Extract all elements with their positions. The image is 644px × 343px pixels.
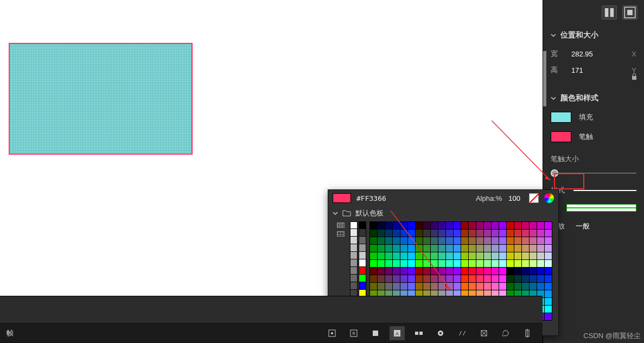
color-swatch[interactable] [446, 230, 454, 237]
color-swatch[interactable] [514, 275, 522, 283]
color-swatch[interactable] [522, 245, 530, 252]
color-swatch[interactable] [484, 283, 492, 290]
color-swatch[interactable] [469, 252, 476, 260]
color-swatch[interactable] [492, 260, 499, 268]
color-swatch[interactable] [499, 237, 507, 245]
color-swatch[interactable] [408, 237, 416, 245]
color-swatch[interactable] [476, 275, 484, 283]
color-swatch[interactable] [431, 237, 438, 245]
color-swatch[interactable] [476, 268, 484, 275]
color-swatch[interactable] [476, 245, 484, 252]
color-swatch[interactable] [400, 283, 408, 290]
color-swatch[interactable] [378, 252, 385, 260]
color-swatch[interactable] [522, 230, 530, 237]
color-swatch[interactable] [484, 275, 492, 283]
color-swatch[interactable] [416, 237, 423, 245]
color-swatch[interactable] [438, 260, 446, 268]
color-swatch[interactable] [499, 260, 507, 268]
color-swatch[interactable] [469, 245, 476, 252]
color-swatch[interactable] [378, 245, 385, 252]
color-swatch[interactable] [469, 268, 476, 275]
color-swatch[interactable] [537, 222, 545, 230]
color-swatch[interactable] [400, 230, 408, 237]
gray-swatch[interactable] [350, 267, 358, 275]
color-swatch[interactable] [446, 252, 454, 260]
tl-keyframe-icon[interactable] [324, 326, 340, 340]
base-swatch[interactable] [359, 267, 366, 275]
color-swatch[interactable] [461, 237, 469, 245]
color-swatch[interactable] [537, 260, 545, 268]
color-swatch[interactable] [423, 230, 431, 237]
color-swatch[interactable] [499, 245, 507, 252]
color-swatch[interactable] [499, 230, 507, 237]
color-swatch[interactable] [416, 268, 423, 275]
color-swatch[interactable] [499, 222, 507, 230]
panel-icon-1[interactable] [602, 5, 617, 20]
color-swatch[interactable] [438, 275, 446, 283]
color-swatch[interactable] [499, 283, 507, 290]
color-swatch[interactable] [507, 252, 514, 260]
color-swatch[interactable] [492, 237, 499, 245]
color-swatch[interactable] [499, 252, 507, 260]
color-swatch[interactable] [416, 252, 423, 260]
color-swatch[interactable] [469, 283, 476, 290]
fill-swatch[interactable] [551, 112, 571, 123]
color-swatch[interactable] [416, 275, 423, 283]
color-swatch[interactable] [530, 275, 537, 283]
color-swatch[interactable] [446, 268, 454, 275]
color-swatch[interactable] [484, 268, 492, 275]
color-swatch[interactable] [400, 252, 408, 260]
color-swatch[interactable] [507, 283, 514, 290]
base-swatch[interactable] [359, 252, 366, 259]
color-swatch[interactable] [507, 222, 514, 230]
color-swatch[interactable] [530, 252, 537, 260]
color-swatch[interactable] [370, 230, 378, 237]
color-swatch[interactable] [476, 222, 484, 230]
color-swatch[interactable] [507, 268, 514, 275]
color-swatch[interactable] [514, 230, 522, 237]
color-swatch[interactable] [408, 268, 416, 275]
color-swatch[interactable] [408, 245, 416, 252]
gray-swatch[interactable] [350, 237, 358, 244]
height-value[interactable]: 171 [571, 66, 604, 74]
color-swatch[interactable] [454, 260, 461, 268]
color-swatch[interactable] [400, 275, 408, 283]
color-swatch[interactable] [545, 260, 552, 268]
selected-rectangle[interactable] [9, 43, 193, 155]
color-swatch[interactable] [370, 260, 378, 268]
color-swatch[interactable] [408, 275, 416, 283]
gray-swatch[interactable] [350, 221, 358, 229]
color-swatch[interactable] [446, 260, 454, 268]
color-swatch[interactable] [507, 230, 514, 237]
color-swatch[interactable] [431, 268, 438, 275]
color-swatch[interactable] [514, 245, 522, 252]
color-swatch[interactable] [385, 245, 393, 252]
tl-tween-icon[interactable] [411, 326, 426, 340]
color-swatch[interactable] [476, 283, 484, 290]
color-swatch[interactable] [446, 237, 454, 245]
color-swatch[interactable] [514, 252, 522, 260]
color-swatch[interactable] [416, 245, 423, 252]
color-swatch[interactable] [370, 237, 378, 245]
color-swatch[interactable] [461, 283, 469, 290]
palette-name[interactable]: 默认色板 [355, 208, 384, 218]
color-swatch[interactable] [438, 283, 446, 290]
color-swatch[interactable] [499, 268, 507, 275]
color-swatch[interactable] [492, 230, 499, 237]
tl-frame-icon[interactable] [368, 326, 383, 340]
width-profile-preview[interactable] [566, 204, 636, 212]
stroke-size-slider[interactable] [543, 167, 644, 181]
color-swatch[interactable] [393, 260, 400, 268]
color-swatch[interactable] [484, 222, 492, 230]
color-swatch[interactable] [469, 237, 476, 245]
color-swatch[interactable] [393, 283, 400, 290]
color-swatch[interactable] [514, 268, 522, 275]
tl-blank-keyframe-icon[interactable] [346, 326, 361, 340]
base-swatch[interactable] [359, 221, 366, 229]
color-swatch[interactable] [492, 275, 499, 283]
base-swatch[interactable] [359, 229, 366, 237]
color-swatch[interactable] [385, 237, 393, 245]
slider-knob[interactable] [551, 169, 558, 177]
grid-small-icon[interactable] [337, 223, 345, 228]
color-swatch[interactable] [484, 245, 492, 252]
